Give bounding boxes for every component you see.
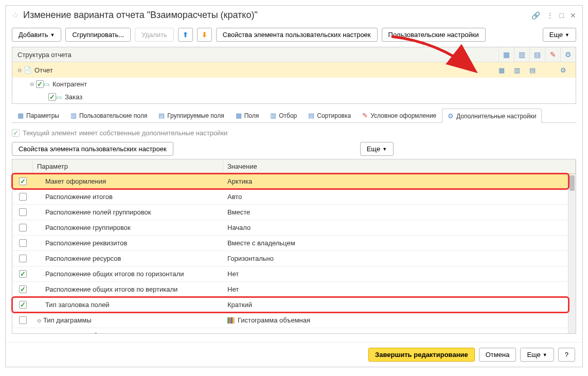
titlebar: ☆ Изменение варианта отчета "Взаиморасче… — [6, 6, 582, 25]
scrollbar[interactable] — [568, 174, 576, 333]
row-checkbox[interactable] — [19, 316, 27, 324]
tab-cond-format[interactable]: ✎Условное оформление — [357, 108, 442, 122]
own-settings-checkbox[interactable] — [12, 129, 20, 137]
value-cell[interactable]: Гистограмма объемная — [223, 314, 576, 327]
value-cell[interactable]: Арктика — [223, 175, 576, 188]
tree-row-report[interactable]: ⊖ 📄 Отчет ▦ ▥ ▤ ✎ ⚙ — [12, 62, 576, 78]
row-checkbox[interactable] — [19, 208, 27, 216]
group-icon: ▭ — [44, 81, 49, 88]
param-label: Расположение итогов — [45, 193, 113, 201]
cancel-button[interactable]: Отмена — [479, 348, 516, 362]
row-icon-1[interactable]: ▦ — [494, 65, 509, 75]
row-checkbox[interactable] — [19, 285, 27, 293]
structure-icon-4[interactable]: ✎ — [545, 47, 560, 62]
tab-additional[interactable]: ⚙Дополнительные настройки — [442, 109, 542, 123]
row-checkbox[interactable] — [19, 193, 27, 201]
more-button-footer[interactable]: Еще ▼ — [520, 348, 554, 362]
move-down-button[interactable]: ⬇ — [197, 28, 212, 42]
row-checkbox[interactable] — [19, 270, 27, 278]
collapse-icon[interactable]: ⊖ — [30, 81, 34, 87]
value-cell[interactable]: Авто — [223, 190, 576, 203]
tab-user-fields[interactable]: ▥Пользовательские поля — [65, 108, 153, 122]
row-icon-3[interactable]: ▤ — [525, 65, 540, 75]
element-props-button-2[interactable]: Свойства элемента пользовательских настр… — [12, 142, 173, 156]
expand-icon[interactable]: ⊖ — [37, 318, 41, 324]
close-icon[interactable]: ✕ — [570, 11, 576, 20]
row-checkbox[interactable] — [19, 255, 27, 262]
row-icon-5[interactable]: ⚙ — [556, 65, 571, 75]
user-settings-button[interactable]: Пользовательские настройки — [382, 28, 486, 42]
tab-icon: ✎ — [362, 112, 368, 119]
table-row[interactable]: Расположение ресурсовГоризонтально — [12, 251, 576, 266]
header-value[interactable]: Значение — [223, 159, 576, 173]
window-title: Изменение варианта отчета "Взаиморасчеты… — [23, 10, 527, 21]
parameter-cell: ⊖Тип диаграммы — [33, 314, 223, 327]
tab-icon: ▥ — [70, 112, 77, 119]
value-cell[interactable]: Краткий — [223, 298, 576, 311]
tab-icon: ⚙ — [448, 112, 454, 120]
param-label: Расположение общих итогов по горизонтали — [45, 270, 184, 278]
chart-type-icon — [227, 317, 235, 324]
table-row[interactable]: Тип заголовка полейКраткий — [12, 297, 576, 313]
add-button[interactable]: Добавить ▼ — [12, 28, 61, 42]
structure-icon-3[interactable]: ▤ — [529, 47, 545, 62]
parameter-cell: Расположение полей группировок — [33, 206, 223, 219]
tab-filter[interactable]: ▥Отбор — [264, 108, 302, 122]
tab-group-fields[interactable]: ▤Группируемые поля — [153, 108, 229, 122]
tabs-bar: ▦Параметры ▥Пользовательские поля ▤Групп… — [12, 108, 576, 123]
structure-panel: Структура отчета ▦ ▥ ▤ ✎ ⚙ ⊖ 📄 Отчет ▦ ▥… — [12, 47, 576, 104]
value-cell[interactable]: Вместе с владельцем — [223, 237, 576, 249]
tree-row-order[interactable]: ▭ Заказ — [12, 91, 576, 103]
tab-sort[interactable]: ▤Сортировка — [302, 108, 357, 122]
finish-editing-button[interactable]: Завершить редактирование — [368, 348, 475, 362]
value-cell[interactable]: Вместе — [223, 206, 576, 219]
value-cell[interactable]: Начало — [223, 221, 576, 234]
param-label: Расположение ресурсов — [45, 255, 121, 262]
value-cell[interactable]: Нет — [223, 267, 576, 280]
favorite-star-icon[interactable]: ☆ — [12, 10, 19, 20]
tree-label: Заказ — [65, 93, 82, 101]
more-button-2[interactable]: Еще ▼ — [360, 142, 394, 156]
value-cell[interactable]: Горизонтально — [223, 252, 576, 265]
maximize-icon[interactable]: □ — [560, 11, 564, 20]
tab-fields[interactable]: ▦Поля — [230, 108, 265, 122]
table-row[interactable]: Расположение общих итогов по горизонтали… — [12, 266, 576, 282]
value-cell[interactable]: Нет — [223, 283, 576, 296]
header-parameter[interactable]: Параметр — [33, 159, 223, 173]
tree-checkbox[interactable] — [36, 80, 44, 88]
value-label: Нет — [227, 270, 239, 278]
row-checkbox[interactable] — [19, 224, 27, 231]
group-button[interactable]: Сгруппировать... — [65, 28, 131, 42]
tab-params[interactable]: ▦Параметры — [12, 108, 65, 122]
link-icon[interactable]: 🔗 — [531, 11, 540, 20]
move-up-button[interactable]: ⬆ — [178, 28, 193, 42]
param-label: Тип заголовка полей — [45, 301, 110, 309]
table-row[interactable]: Расположение итоговАвто — [12, 189, 576, 205]
table-header: Параметр Значение — [12, 159, 576, 174]
structure-icon-5[interactable]: ⚙ — [560, 47, 576, 62]
table-row[interactable]: Расположение общих итогов по вертикалиНе… — [12, 282, 576, 297]
table-row[interactable]: ⊖Тип диаграммыГистограмма объемная — [12, 313, 576, 328]
table-row[interactable]: Пропускать базовое значениеДа — [12, 328, 576, 333]
table-row[interactable]: Расположение полей группировокВместе — [12, 205, 576, 220]
table-row[interactable]: Расположение группировокНачало — [12, 220, 576, 236]
own-settings-row: Текущий элемент имеет собственные дополн… — [12, 127, 576, 139]
tree-checkbox[interactable] — [48, 93, 56, 101]
collapse-icon[interactable]: ⊖ — [17, 67, 22, 73]
menu-icon[interactable]: ⋮ — [546, 11, 554, 20]
row-checkbox[interactable] — [19, 239, 27, 247]
tree-row-contragent[interactable]: ⊖ ▭ Контрагент — [12, 78, 576, 91]
structure-icon-2[interactable]: ▥ — [514, 47, 529, 62]
row-icon-2[interactable]: ▥ — [510, 65, 524, 75]
row-checkbox[interactable] — [19, 301, 27, 309]
parameter-cell: Расположение реквизитов — [33, 237, 223, 249]
table-row[interactable]: Макет оформленияАрктика — [12, 174, 576, 189]
element-props-button[interactable]: Свойства элемента пользовательских настр… — [216, 28, 378, 42]
structure-icon-1[interactable]: ▦ — [498, 47, 514, 62]
delete-button[interactable]: Удалить — [135, 28, 174, 42]
table-row[interactable]: Расположение реквизитовВместе с владельц… — [12, 236, 576, 251]
value-cell[interactable]: Да — [223, 329, 576, 333]
row-checkbox[interactable] — [19, 177, 27, 185]
help-button[interactable]: ? — [558, 348, 575, 362]
more-button[interactable]: Еще ▼ — [543, 28, 576, 42]
